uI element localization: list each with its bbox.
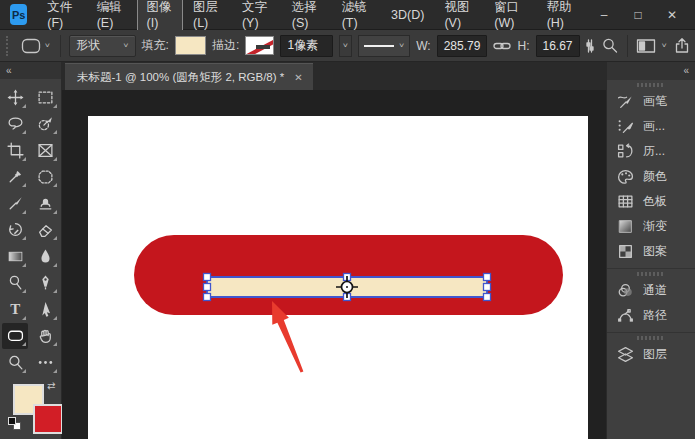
fill-label: 填充: — [142, 37, 169, 54]
zoom-tool[interactable] — [2, 349, 28, 376]
divider — [627, 35, 628, 57]
close-tab-icon[interactable]: ✕ — [294, 72, 302, 83]
divider — [60, 35, 61, 57]
dock-collapse-button[interactable]: « — [607, 62, 695, 79]
frame-tool[interactable] — [33, 137, 59, 164]
panel-label: 画笔 — [643, 93, 667, 110]
color-swatch-area: ⇄ — [0, 384, 61, 439]
canvas[interactable] — [88, 116, 588, 439]
fill-color-swatch[interactable] — [175, 36, 206, 55]
spot-healing-tool[interactable] — [33, 164, 59, 191]
path-options-icon[interactable] — [586, 35, 595, 57]
shape-height-value: 16.67 — [543, 39, 573, 53]
stroke-color-swatch[interactable] — [245, 36, 274, 55]
dock-group-1: 画笔 画... 历... 颜色 色板 — [607, 79, 695, 268]
more-tools[interactable] — [33, 349, 59, 376]
panel-history[interactable]: 历... — [607, 139, 695, 164]
stroke-width-dropdown[interactable]: ˅ — [339, 35, 353, 57]
hand-tool[interactable] — [33, 323, 59, 350]
maximize-icon[interactable]: □ — [621, 3, 655, 27]
chevron-down-icon: ˅ — [343, 42, 348, 50]
window-controls: – □ ✕ — [587, 3, 689, 27]
stroke-width-field[interactable]: 1像素 — [280, 35, 332, 57]
chevron-down-icon: ˅ — [399, 42, 404, 50]
path-selection-tool[interactable] — [33, 296, 59, 323]
collapse-panel-icon: « — [683, 65, 689, 76]
tool-preset-picker[interactable]: ˅ — [18, 37, 52, 55]
tool-mode-select[interactable]: 形状 ˅ — [69, 35, 136, 57]
document-tab-bar: 未标题-1 @ 100% (圆角矩形 2, RGB/8) * ✕ — [62, 62, 606, 90]
panel-layers[interactable]: 图层 — [607, 342, 695, 367]
tool-options-bar: ˅ 形状 ˅ 填充: 描边: 1像素 ˅ ˅ W: 285.79 H: 16.6… — [0, 30, 695, 62]
color-icon — [617, 168, 634, 185]
rounded-rectangle-tool-icon — [20, 37, 42, 55]
eyedropper-tool[interactable] — [2, 164, 28, 191]
default-colors-icon[interactable] — [8, 417, 21, 430]
menu-3d[interactable]: 3D(D) — [381, 3, 434, 27]
options-grip — [6, 36, 10, 56]
brush-settings-icon — [617, 118, 634, 135]
shape-width-field[interactable]: 285.79 — [437, 35, 488, 57]
history-brush-tool[interactable] — [2, 217, 28, 244]
panel-brushes[interactable]: 画笔 — [607, 89, 695, 114]
collapse-panel-icon: « — [6, 65, 12, 76]
lasso-tool[interactable] — [2, 111, 28, 138]
dodge-tool[interactable] — [2, 270, 28, 297]
patterns-icon — [617, 243, 634, 260]
gradients-icon — [617, 218, 634, 235]
panel-label: 颜色 — [643, 168, 667, 185]
share-icon[interactable] — [673, 35, 691, 57]
crop-tool[interactable] — [2, 137, 28, 164]
stroke-type-dropdown[interactable]: ˅ — [358, 35, 410, 57]
gradient-tool[interactable] — [2, 243, 28, 270]
swap-colors-icon[interactable]: ⇄ — [47, 380, 55, 391]
swatches-icon — [617, 193, 634, 210]
brush-tool[interactable] — [2, 190, 28, 217]
panel-gradients[interactable]: 渐变 — [607, 214, 695, 239]
ps-logo: Ps — [10, 4, 27, 25]
minimize-icon[interactable]: – — [587, 3, 621, 27]
rounded-rectangle-tool[interactable] — [2, 323, 28, 350]
dock-grip — [637, 272, 665, 276]
pen-tool[interactable] — [33, 270, 59, 297]
document-tab[interactable]: 未标题-1 @ 100% (圆角矩形 2, RGB/8) * ✕ — [65, 63, 313, 90]
chevron-down-icon[interactable]: ˅ — [662, 42, 667, 50]
type-tool-glyph: T — [10, 301, 20, 318]
link-dimensions-icon[interactable] — [493, 35, 511, 57]
pasteboard — [62, 90, 606, 439]
panel-channels[interactable]: 通道 — [607, 278, 695, 303]
paths-icon — [617, 307, 634, 324]
document-area: 未标题-1 @ 100% (圆角矩形 2, RGB/8) * ✕ — [62, 62, 606, 439]
close-icon[interactable]: ✕ — [655, 3, 689, 27]
panel-paths[interactable]: 路径 — [607, 303, 695, 328]
height-label: H: — [518, 39, 530, 53]
layers-icon — [617, 346, 634, 363]
eraser-tool[interactable] — [33, 217, 59, 244]
workspace: « T — [0, 62, 695, 439]
rectangular-marquee-tool[interactable] — [33, 84, 59, 111]
blur-tool[interactable] — [33, 243, 59, 270]
tools-collapse-button[interactable]: « — [0, 62, 61, 79]
type-tool[interactable]: T — [2, 296, 28, 323]
background-color-swatch[interactable] — [33, 404, 63, 434]
chevron-down-icon: ˅ — [123, 42, 128, 50]
panel-swatches[interactable]: 色板 — [607, 189, 695, 214]
clone-stamp-tool[interactable] — [33, 190, 59, 217]
shape-height-field[interactable]: 16.67 — [536, 35, 580, 57]
quick-selection-tool[interactable] — [33, 111, 59, 138]
panel-brush-settings[interactable]: 画... — [607, 114, 695, 139]
dock-grip — [637, 336, 665, 340]
tool-mode-value: 形状 — [76, 37, 100, 54]
channels-icon — [617, 282, 634, 299]
dock-group-3: 图层 — [607, 332, 695, 371]
move-tool[interactable] — [2, 84, 28, 111]
brushes-icon — [617, 93, 634, 110]
photoshop-window: Ps 文件(F) 编辑(E) 图像(I) 图层(L) 文字(Y) 选择(S) 滤… — [0, 0, 695, 439]
menu-bar: Ps 文件(F) 编辑(E) 图像(I) 图层(L) 文字(Y) 选择(S) 滤… — [0, 0, 695, 30]
panel-patterns[interactable]: 图案 — [607, 239, 695, 264]
history-icon — [617, 143, 634, 160]
search-icon[interactable] — [601, 35, 619, 57]
workspace-switcher-icon[interactable] — [636, 35, 656, 57]
canvas-artwork — [88, 116, 588, 439]
panel-color[interactable]: 颜色 — [607, 164, 695, 189]
